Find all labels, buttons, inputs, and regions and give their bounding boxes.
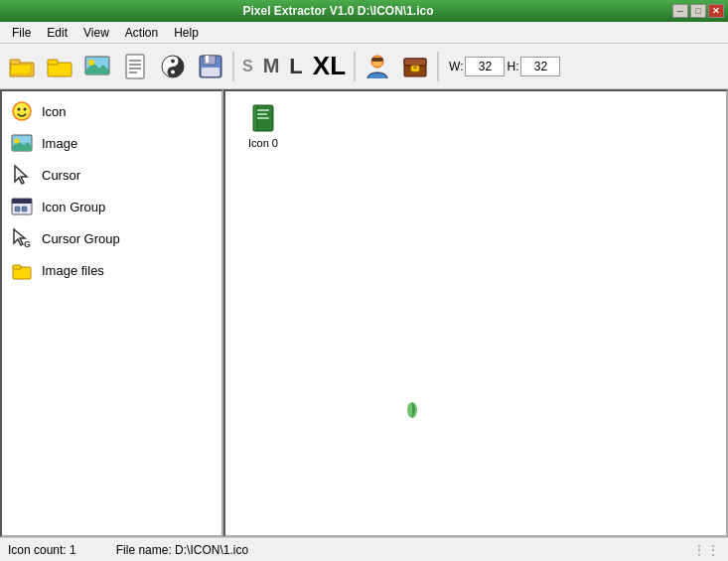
yinyang-button[interactable] [155,49,191,84]
svg-point-31 [15,139,20,144]
maximize-button[interactable]: □ [690,4,706,18]
icon-caption-0: Icon 0 [248,137,278,149]
image-label: Image [42,136,77,151]
floating-icon [404,400,420,416]
status-bar: Icon count: 1 File name: D:\ICON\1.ico ⋮… [0,537,728,561]
svg-rect-42 [253,105,257,131]
image-type-icon [10,131,34,155]
main-area: Icon Image Cursor [0,89,728,537]
svg-point-7 [88,60,94,66]
svg-point-28 [24,108,27,111]
list-item-cursor-group[interactable]: G Cursor Group [2,222,221,254]
folder-button[interactable] [42,49,77,84]
minimize-button[interactable]: ─ [672,4,688,18]
image-button[interactable] [79,49,115,84]
h-label: H: [507,60,518,73]
image-files-type-icon [10,258,34,282]
svg-point-27 [18,108,21,111]
cursor-group-label: Cursor Group [42,231,120,246]
list-item-cursor[interactable]: Cursor [2,159,221,191]
svg-rect-45 [257,117,269,119]
svg-rect-19 [202,68,219,76]
size-xl-button[interactable]: XL [309,51,350,81]
menu-bar: File Edit View Action Help [0,22,728,44]
separator-1 [232,52,234,81]
icon-label: Icon [42,104,67,119]
svg-marker-32 [15,166,27,184]
svg-rect-4 [48,60,58,65]
svg-rect-17 [204,56,216,65]
svg-rect-23 [404,59,426,66]
list-item-icon-group[interactable]: Icon Group [2,191,221,222]
svg-rect-35 [15,207,20,211]
icon-type-icon [10,99,34,123]
svg-rect-1 [10,60,20,65]
list-item-image-files[interactable]: Image files [2,254,221,286]
separator-2 [354,52,356,81]
icon-count: Icon count: 1 [8,543,76,557]
list-item-icon[interactable]: Icon [2,95,221,127]
icon-item-0[interactable]: Icon 0 [233,99,293,153]
svg-point-26 [13,102,31,120]
file-name: File name: D:\ICON\1.ico [116,543,248,557]
window-controls: ─ □ ✕ [672,4,724,18]
person-button[interactable] [360,49,395,84]
status-grip: ⋮⋮ [692,542,720,558]
svg-point-15 [171,70,175,73]
title-text: Pixel Extractor V1.0 D:\ICON\1.ico [4,4,672,18]
dimension-group: W: H: [447,57,560,76]
image-files-label: Image files [42,263,104,278]
icon-group-label: Icon Group [42,200,105,214]
svg-rect-43 [257,109,269,111]
size-l-button[interactable]: L [285,54,306,79]
svg-rect-21 [371,58,383,62]
cursor-label: Cursor [42,168,80,183]
document-button[interactable] [117,49,153,84]
svg-rect-36 [22,207,27,211]
separator-3 [437,52,439,81]
chest-button[interactable] [397,49,433,84]
svg-rect-40 [13,265,21,269]
svg-rect-34 [12,199,32,204]
title-bar: Pixel Extractor V1.0 D:\ICON\1.ico ─ □ ✕ [0,0,728,22]
cursor-type-icon [10,163,34,187]
menu-help[interactable]: Help [166,24,207,42]
svg-rect-44 [257,113,267,115]
height-input[interactable] [520,57,560,76]
right-panel: Icon 0 [223,89,728,537]
menu-action[interactable]: Action [117,24,166,42]
menu-view[interactable]: View [75,24,117,42]
size-m-button[interactable]: M [259,55,284,77]
width-input[interactable] [465,57,505,76]
icon-group-type-icon [10,195,34,218]
w-label: W: [449,60,463,73]
svg-text:G: G [24,239,31,249]
icon-image-0 [247,103,279,135]
svg-point-14 [171,59,175,63]
close-button[interactable]: ✕ [708,4,724,18]
menu-file[interactable]: File [4,24,39,42]
svg-rect-8 [126,55,144,78]
icon-container: Icon 0 [225,91,726,161]
save-button[interactable] [193,49,228,84]
size-s-button[interactable]: S [238,58,257,75]
svg-point-25 [413,66,417,70]
svg-rect-18 [206,56,209,63]
left-panel: Icon Image Cursor [0,89,223,537]
svg-marker-2 [10,65,32,74]
menu-edit[interactable]: Edit [39,24,75,42]
open-folder-button[interactable] [4,49,40,84]
toolbar: S M L XL W: H: [0,44,728,89]
list-item-image[interactable]: Image [2,127,221,159]
cursor-group-type-icon: G [10,226,34,250]
